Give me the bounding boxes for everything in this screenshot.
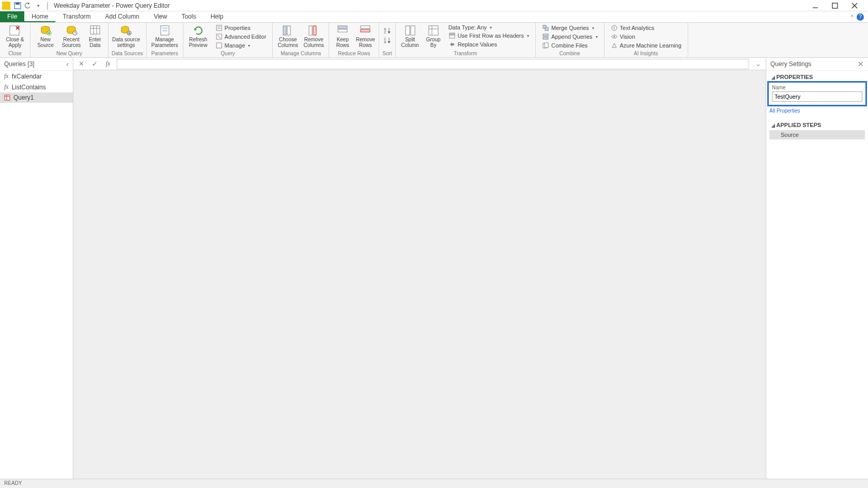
tab-add-column[interactable]: Add Column <box>98 11 147 22</box>
tab-home[interactable]: Home <box>24 11 55 22</box>
properties-button[interactable]: Properties <box>212 24 270 32</box>
data-type-button[interactable]: Data Type: Any▾ <box>445 24 532 31</box>
replace-values-button[interactable]: Replace Values <box>445 40 532 49</box>
query-settings-pane: Query Settings ✕ PROPERTIES Name All Pro… <box>766 58 868 479</box>
svg-rect-47 <box>406 26 410 35</box>
menu-tabs: File Home Transform Add Column View Tool… <box>0 11 868 23</box>
keep-rows-icon <box>336 25 349 36</box>
tab-file[interactable]: File <box>0 11 24 22</box>
query-item-listcontains[interactable]: fx ListContains <box>0 82 73 92</box>
headers-icon <box>448 32 456 39</box>
group-reduce-rows-label: Reduce Rows <box>332 50 376 57</box>
close-button[interactable] <box>847 1 862 10</box>
function-icon: fx <box>4 83 9 91</box>
query-item-fxcalendar[interactable]: fx fxCalendar <box>0 71 73 82</box>
sort-asc-icon: AZ <box>383 27 391 34</box>
close-apply-button[interactable]: Close & Apply <box>3 24 27 48</box>
advanced-editor-button[interactable]: Advanced Editor <box>212 33 270 41</box>
keep-rows-button[interactable]: Keep Rows <box>332 24 353 48</box>
refresh-icon <box>192 25 205 36</box>
sort-desc-button[interactable]: ZA <box>382 36 392 45</box>
combine-files-icon <box>542 42 549 49</box>
svg-rect-48 <box>411 26 415 35</box>
query-settings-header: Query Settings <box>770 60 811 68</box>
svg-point-23 <box>129 33 130 34</box>
formula-input[interactable] <box>117 59 749 69</box>
choose-columns-button[interactable]: Choose Columns <box>276 24 300 48</box>
text-analytics-icon: T <box>611 24 618 32</box>
tab-tools[interactable]: Tools <box>174 11 203 22</box>
split-column-button[interactable]: Split Column <box>399 24 422 48</box>
properties-section-title[interactable]: PROPERTIES <box>766 71 868 81</box>
vision-button[interactable]: Vision <box>608 33 685 41</box>
combine-files-button[interactable]: Combine Files <box>539 41 601 50</box>
new-source-button[interactable]: New Source <box>34 24 57 48</box>
applied-steps-section-title[interactable]: APPLIED STEPS <box>766 119 868 129</box>
svg-text:Z: Z <box>384 30 386 34</box>
svg-rect-35 <box>309 26 312 35</box>
first-row-headers-button[interactable]: Use First Row as Headers▾ <box>445 32 532 40</box>
undo-icon[interactable] <box>23 1 33 10</box>
group-sort-label: Sort <box>382 50 392 57</box>
remove-rows-icon <box>359 25 371 36</box>
append-queries-button[interactable]: Append Queries▾ <box>539 33 601 41</box>
tab-view[interactable]: View <box>147 11 175 22</box>
minimize-button[interactable] <box>808 1 823 10</box>
svg-text:A: A <box>384 40 386 44</box>
group-manage-columns-label: Manage Columns <box>276 50 326 57</box>
refresh-preview-button[interactable]: Refresh Preview <box>187 24 210 48</box>
group-data-sources-label: Data Sources <box>112 50 143 57</box>
group-by-button[interactable]: Group By <box>424 24 443 48</box>
svg-rect-49 <box>429 26 438 35</box>
save-icon[interactable] <box>13 1 22 10</box>
manage-button[interactable]: Manage▾ <box>212 41 270 50</box>
svg-rect-37 <box>338 26 347 28</box>
enter-data-button[interactable]: Enter Data <box>85 24 105 48</box>
svg-rect-40 <box>361 29 370 32</box>
sort-desc-icon: ZA <box>383 37 391 44</box>
help-icon[interactable]: ? <box>857 13 864 21</box>
group-parameters-label: Parameters <box>150 50 180 57</box>
manage-icon <box>215 42 223 49</box>
separator: | <box>47 1 49 10</box>
collapse-queries-icon[interactable]: ‹ <box>66 60 69 68</box>
recent-sources-button[interactable]: Recent Sources <box>59 24 83 48</box>
azure-ml-button[interactable]: Azure Machine Learning <box>608 41 685 50</box>
applied-step-source[interactable]: Source <box>769 130 865 139</box>
query-item-query1[interactable]: Query1 <box>0 92 73 103</box>
all-properties-link[interactable]: All Properties <box>766 108 868 114</box>
merge-queries-button[interactable]: Merge Queries▾ <box>539 24 601 32</box>
append-icon <box>542 33 549 40</box>
tab-help[interactable]: Help <box>203 11 230 22</box>
close-settings-icon[interactable]: ✕ <box>858 60 864 68</box>
cancel-formula-icon[interactable]: ✕ <box>76 59 86 69</box>
query-item-label: Query1 <box>13 94 34 101</box>
svg-rect-55 <box>545 27 548 30</box>
new-source-icon <box>39 25 52 36</box>
svg-rect-52 <box>450 33 455 35</box>
tab-transform[interactable]: Transform <box>55 11 98 22</box>
accept-formula-icon[interactable]: ✓ <box>90 59 99 69</box>
vision-icon <box>611 33 618 40</box>
query-name-input[interactable] <box>772 91 862 102</box>
manage-parameters-button[interactable]: Manage Parameters <box>150 24 180 48</box>
remove-rows-button[interactable]: Remove Rows <box>355 24 376 48</box>
svg-rect-36 <box>313 26 316 35</box>
split-column-icon <box>404 25 416 36</box>
svg-rect-27 <box>216 25 222 30</box>
maximize-button[interactable] <box>828 1 842 10</box>
group-query-label: Query <box>187 50 270 57</box>
svg-rect-33 <box>283 26 286 35</box>
ribbon-collapse-icon[interactable]: ^ <box>851 14 854 20</box>
queries-header: Queries [3] <box>4 60 35 68</box>
qat-dropdown-icon[interactable]: ▾ <box>34 1 43 10</box>
data-source-settings-button[interactable]: Data source settings <box>112 24 141 48</box>
formula-dropdown-icon[interactable]: ⌄ <box>753 59 763 69</box>
remove-columns-button[interactable]: Remove Columns <box>302 24 326 48</box>
parameters-icon <box>159 25 171 36</box>
replace-icon <box>448 41 456 48</box>
properties-highlight-box: Name <box>767 81 867 106</box>
sort-asc-button[interactable]: AZ <box>382 26 392 35</box>
text-analytics-button[interactable]: TText Analytics <box>608 24 685 32</box>
fx-icon[interactable]: fx <box>103 59 113 69</box>
